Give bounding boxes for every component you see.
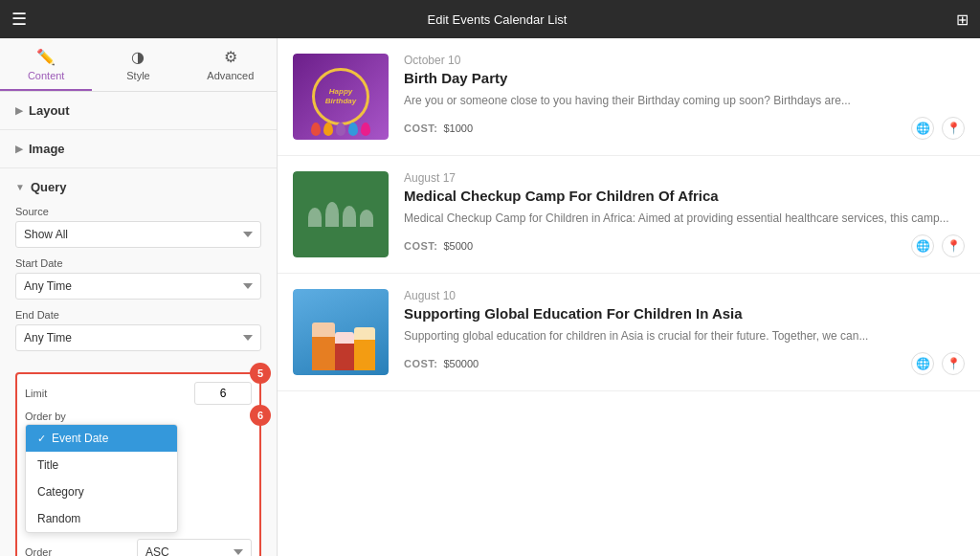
layout-arrow-icon: ▶ <box>15 105 23 116</box>
tab-advanced[interactable]: ⚙ Advanced <box>185 38 277 91</box>
event-card-1: HappyBirthday October 10 Birth Day Party… <box>278 38 980 156</box>
kid-3 <box>343 206 356 227</box>
balloon-orange <box>323 122 333 136</box>
event-date-1: October 10 <box>404 54 965 67</box>
layout-label: Layout <box>29 103 70 118</box>
balloon-red <box>311 122 321 136</box>
source-field-group: Source Show All Custom <box>15 206 261 248</box>
event-title-1: Birth Day Party <box>404 70 965 86</box>
order-row: Order ASC DESC <box>25 539 252 556</box>
order-by-dropdown: ✓ Event Date Title Category Random <box>25 424 178 533</box>
cost-value-2: $5000 <box>444 240 474 252</box>
image-label: Image <box>29 142 65 156</box>
badge-5: 5 <box>250 363 271 384</box>
end-date-select[interactable]: Any Time <box>15 324 261 351</box>
section-image-header[interactable]: ▶ Image <box>0 130 277 167</box>
event-footer-1: COST: $1000 🌐 📍 <box>404 117 965 140</box>
start-date-label: Start Date <box>15 257 261 269</box>
cost-value-3: $50000 <box>444 358 479 369</box>
event-date-3: August 10 <box>404 289 965 302</box>
checkmark-icon: ✓ <box>37 433 46 445</box>
event-desc-3: Supporting global education for children… <box>404 327 965 345</box>
section-image: ▶ Image <box>0 130 277 168</box>
event-image-1: HappyBirthday <box>293 54 389 140</box>
order-by-row: Order by 6 <box>25 411 252 422</box>
tab-content[interactable]: ✏️ Content <box>0 38 92 91</box>
dropdown-item-event-date-label: Event Date <box>52 432 108 445</box>
section-query-header[interactable]: ▼ Query <box>0 168 277 206</box>
balloon-pink <box>361 122 370 136</box>
content-tab-label: Content <box>28 70 65 81</box>
birthday-image: HappyBirthday <box>293 54 389 140</box>
event-title-3: Supporting Global Education For Children… <box>404 305 965 322</box>
order-select[interactable]: ASC DESC <box>137 539 252 556</box>
collapse-handle[interactable]: ‹ <box>277 285 278 310</box>
child-figure-2 <box>335 332 354 370</box>
birthday-circle: HappyBirthday <box>312 68 369 125</box>
page-title: Edit Events Calendar List <box>38 12 956 27</box>
education-image <box>293 289 389 375</box>
event-footer-3: COST: $50000 🌐 📍 <box>404 352 965 375</box>
location-icon-3[interactable]: 📍 <box>942 352 965 375</box>
cost-label-2: COST: <box>404 240 438 252</box>
order-by-label: Order by <box>25 411 66 422</box>
tabs-container: ✏️ Content ◑ Style ⚙ Advanced <box>0 38 277 92</box>
grid-icon[interactable]: ⊞ <box>956 11 969 29</box>
balloons <box>311 122 370 136</box>
cost-value-1: $1000 <box>444 122 474 134</box>
event-icons-3: 🌐 📍 <box>911 352 965 375</box>
event-desc-2: Medical Checkup Camp for Children in Afr… <box>404 210 965 227</box>
limit-input[interactable] <box>194 382 252 405</box>
right-content: HappyBirthday October 10 Birth Day Party… <box>278 38 980 556</box>
cost-label-1: COST: <box>404 122 438 134</box>
dropdown-item-title[interactable]: Title <box>26 452 177 478</box>
globe-icon-3[interactable]: 🌐 <box>911 352 934 375</box>
image-arrow-icon: ▶ <box>15 144 23 154</box>
style-tab-label: Style <box>126 70 149 81</box>
dropdown-item-random[interactable]: Random <box>26 505 177 532</box>
event-title-2: Medical Checkup Camp For Children Of Afr… <box>404 188 965 204</box>
location-icon-1[interactable]: 📍 <box>942 117 965 140</box>
style-tab-icon: ◑ <box>131 48 145 66</box>
event-image-2 <box>293 171 389 257</box>
event-cost-3: COST: $50000 <box>404 358 479 369</box>
event-card-2: August 17 Medical Checkup Camp For Child… <box>278 156 980 274</box>
section-layout-header[interactable]: ▶ Layout <box>0 92 277 129</box>
event-info-1: October 10 Birth Day Party Are you or so… <box>404 54 965 140</box>
cost-label-3: COST: <box>404 358 438 369</box>
globe-icon-2[interactable]: 🌐 <box>911 234 934 257</box>
section-layout: ▶ Layout <box>0 92 277 130</box>
globe-icon-1[interactable]: 🌐 <box>911 117 934 140</box>
top-bar: ☰ Edit Events Calendar List ⊞ <box>0 0 980 38</box>
menu-icon[interactable]: ☰ <box>11 9 27 30</box>
dropdown-item-event-date[interactable]: ✓ Event Date <box>26 425 177 452</box>
dropdown-item-category-label: Category <box>37 485 84 499</box>
event-info-3: August 10 Supporting Global Education Fo… <box>404 289 965 375</box>
query-content: Source Show All Custom Start Date Any Ti… <box>0 206 277 372</box>
start-date-select[interactable]: Any Time <box>15 273 261 300</box>
event-icons-1: 🌐 📍 <box>911 117 965 140</box>
end-date-label: End Date <box>15 309 261 321</box>
kids-group <box>308 202 373 227</box>
source-select[interactable]: Show All Custom <box>15 221 261 248</box>
dropdown-item-random-label: Random <box>37 512 80 525</box>
kid-1 <box>308 208 322 227</box>
event-info-2: August 17 Medical Checkup Camp For Child… <box>404 171 965 257</box>
left-panel: ✏️ Content ◑ Style ⚙ Advanced ▶ Layout ▶… <box>0 38 278 556</box>
event-image-3 <box>293 289 389 375</box>
end-date-field-group: End Date Any Time <box>15 309 261 351</box>
event-date-2: August 17 <box>404 171 965 185</box>
content-tab-icon: ✏️ <box>36 48 56 66</box>
birthday-text: HappyBirthday <box>325 87 356 105</box>
section-query: ▼ Query Source Show All Custom Start Dat… <box>0 168 277 556</box>
query-label: Query <box>31 180 67 194</box>
kid-2 <box>325 202 339 227</box>
advanced-tab-label: Advanced <box>207 70 254 81</box>
location-icon-2[interactable]: 📍 <box>942 234 965 257</box>
event-card-3: August 10 Supporting Global Education Fo… <box>278 274 980 391</box>
tab-style[interactable]: ◑ Style <box>92 38 184 91</box>
advanced-tab-icon: ⚙ <box>224 48 237 66</box>
dropdown-item-category[interactable]: Category <box>26 478 177 505</box>
kid-4 <box>360 210 373 227</box>
query-arrow-icon: ▼ <box>15 182 25 192</box>
